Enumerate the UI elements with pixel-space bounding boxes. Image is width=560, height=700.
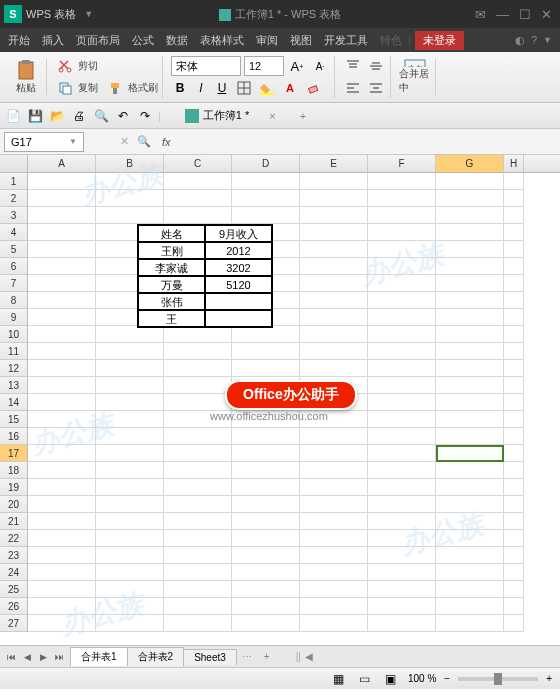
cell[interactable]	[300, 581, 368, 598]
cell[interactable]	[232, 513, 300, 530]
cell[interactable]	[436, 326, 504, 343]
cell[interactable]	[164, 428, 232, 445]
clear-format-button[interactable]	[303, 78, 323, 98]
row-header[interactable]: 27	[0, 615, 28, 632]
tab-last-button[interactable]: ⏭	[52, 650, 66, 664]
cell[interactable]	[96, 479, 164, 496]
cell[interactable]	[300, 462, 368, 479]
row-header[interactable]: 12	[0, 360, 28, 377]
cell[interactable]	[368, 496, 436, 513]
cell[interactable]	[300, 428, 368, 445]
font-size-select[interactable]	[244, 56, 284, 76]
cell[interactable]	[164, 190, 232, 207]
col-header[interactable]: G	[436, 155, 504, 172]
cell[interactable]	[368, 615, 436, 632]
cell[interactable]	[436, 173, 504, 190]
cell[interactable]	[504, 190, 524, 207]
cell[interactable]	[28, 258, 96, 275]
dropdown-icon[interactable]: ▼	[84, 9, 93, 19]
cell[interactable]	[368, 190, 436, 207]
cell[interactable]	[28, 343, 96, 360]
cell[interactable]	[436, 258, 504, 275]
cell[interactable]	[232, 598, 300, 615]
cell[interactable]	[436, 462, 504, 479]
fill-color-button[interactable]	[257, 78, 277, 98]
cell[interactable]	[164, 598, 232, 615]
cell[interactable]	[96, 377, 164, 394]
cell[interactable]	[300, 564, 368, 581]
cell[interactable]	[164, 173, 232, 190]
cell[interactable]	[232, 530, 300, 547]
feedback-icon[interactable]: ✉	[475, 7, 486, 22]
cell[interactable]	[300, 275, 368, 292]
cell[interactable]	[436, 207, 504, 224]
decrease-font-button[interactable]: A-	[310, 56, 330, 76]
cell[interactable]	[504, 343, 524, 360]
font-color-button[interactable]: A	[280, 78, 300, 98]
cell[interactable]	[164, 343, 232, 360]
cell[interactable]	[368, 377, 436, 394]
cell[interactable]	[504, 530, 524, 547]
cell[interactable]	[232, 615, 300, 632]
cell[interactable]	[504, 377, 524, 394]
cell[interactable]	[300, 343, 368, 360]
cell[interactable]	[28, 428, 96, 445]
cell[interactable]	[368, 462, 436, 479]
cell[interactable]	[232, 462, 300, 479]
menu-start[interactable]: 开始	[2, 33, 36, 48]
cell[interactable]	[504, 564, 524, 581]
cell[interactable]	[232, 496, 300, 513]
cell[interactable]	[96, 564, 164, 581]
cell[interactable]	[164, 462, 232, 479]
row-header[interactable]: 21	[0, 513, 28, 530]
cell[interactable]	[504, 513, 524, 530]
cell[interactable]	[28, 445, 96, 462]
cell[interactable]	[28, 615, 96, 632]
row-header[interactable]: 6	[0, 258, 28, 275]
cell[interactable]	[164, 479, 232, 496]
cell[interactable]	[504, 224, 524, 241]
login-button[interactable]: 未登录	[415, 31, 464, 50]
zoom-level[interactable]: 100 %	[408, 673, 436, 684]
tab-close-button[interactable]: ×	[269, 110, 275, 122]
cell[interactable]	[436, 377, 504, 394]
cell[interactable]	[300, 326, 368, 343]
cell[interactable]	[436, 190, 504, 207]
cell[interactable]	[28, 377, 96, 394]
cell[interactable]	[164, 581, 232, 598]
new-tab-button[interactable]: +	[300, 110, 306, 122]
row-header[interactable]: 9	[0, 309, 28, 326]
cell[interactable]	[368, 207, 436, 224]
tab-first-button[interactable]: ⏮	[4, 650, 18, 664]
cell[interactable]	[436, 411, 504, 428]
menu-insert[interactable]: 插入	[36, 33, 70, 48]
cell[interactable]	[232, 326, 300, 343]
cell[interactable]	[436, 564, 504, 581]
document-tab[interactable]: 工作簿1 * ×	[177, 106, 284, 125]
undo-button[interactable]: ↶	[114, 107, 132, 125]
cell[interactable]	[300, 241, 368, 258]
col-header[interactable]: B	[96, 155, 164, 172]
cell[interactable]	[96, 513, 164, 530]
cell[interactable]	[28, 530, 96, 547]
cell[interactable]	[28, 513, 96, 530]
redo-button[interactable]: ↷	[136, 107, 154, 125]
cell[interactable]	[300, 292, 368, 309]
cell[interactable]	[300, 258, 368, 275]
cell[interactable]	[504, 292, 524, 309]
cell[interactable]	[504, 445, 524, 462]
cell[interactable]	[368, 173, 436, 190]
cell[interactable]	[164, 564, 232, 581]
cell[interactable]	[436, 615, 504, 632]
row-header[interactable]: 25	[0, 581, 28, 598]
spreadsheet-grid[interactable]: A B C D E F G H 123456789101112131415161…	[0, 155, 560, 645]
cell[interactable]	[504, 394, 524, 411]
cell[interactable]	[504, 241, 524, 258]
col-header[interactable]: H	[504, 155, 524, 172]
cell[interactable]	[436, 275, 504, 292]
cell[interactable]	[28, 207, 96, 224]
cell[interactable]	[504, 309, 524, 326]
cell[interactable]	[232, 547, 300, 564]
cell[interactable]	[164, 530, 232, 547]
cell[interactable]	[96, 598, 164, 615]
